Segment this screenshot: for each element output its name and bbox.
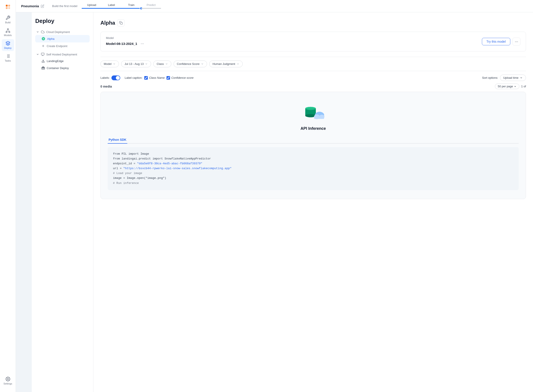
pipeline-step-predict: Predict [141,3,161,9]
filter-date-button[interactable]: Jul 13 - Aug 13 [121,61,151,67]
filter-class-button[interactable]: Class [153,61,171,67]
nav-label-build: Build [5,21,10,24]
filter-model-label: Model [104,62,111,65]
model-actions-more-button[interactable]: ··· [513,38,520,46]
svg-rect-34 [314,116,324,119]
sort-options-label: Sort options: [482,76,498,79]
api-title-text: API Inference [300,126,326,131]
page-info-text: 1 of [521,85,526,88]
nav-item-build[interactable]: Build [2,14,14,26]
copy-icon [119,21,123,25]
sidebar-item-alpha[interactable]: Alpha [35,35,90,42]
code-block: from PIL import Image from landingai.pre… [108,147,519,190]
python-sdk-tab[interactable]: Python SDK [108,136,127,144]
self-hosted-label: Self Hosted Deployment [46,53,77,56]
sidebar-item-create-endpoint[interactable]: Create Endpoint [35,42,90,50]
pipeline-label: Build the first model [52,5,77,8]
class-name-checkbox-label: Class Name [149,76,165,79]
pipeline-progress: Build the first model Upload Label Train [52,3,161,9]
nav-label-tasks: Tasks [5,59,11,62]
model-section: Model Model-08-13-2024_1 ··· Try this mo… [100,32,526,51]
model-name-row: Model-08-13-2024_1 ··· [106,41,146,47]
code-line-3: endpoint_id = "dda5e0f8-30ca-4ed5-abac-f… [113,161,513,166]
copy-endpoint-button[interactable] [117,19,124,26]
labels-label-text: Labels: [100,76,110,79]
progress-seg-label [101,8,121,9]
code-line-2: from landingai.predict import SnowflakeN… [113,156,513,161]
filter-human-judgment-button[interactable]: Human Judgment [209,61,243,67]
svg-rect-3 [8,7,10,9]
chevron-down-icon-perpage [514,85,516,88]
chevron-down-icon-filter1 [113,62,116,65]
cloud-deployment-section: Cloud Deployment Alpha Creat [35,29,90,50]
cloud-deployment-label: Cloud Deployment [46,30,70,34]
progress-seg-upload [82,8,101,9]
filter-confidence-button[interactable]: Confidence Score [174,61,207,67]
nav-label-models: Models [4,34,12,37]
nav-item-tasks[interactable]: Tasks [2,52,14,64]
code-line-6: image = Image.open("image.png") [113,176,513,181]
labels-row: Labels: Label caption: Class Name Confid… [100,75,526,81]
filter-confidence-label: Confidence Score [177,62,200,65]
nav-item-deploy[interactable]: Deploy [2,39,14,51]
alpha-label: Alpha [47,37,54,41]
filter-class-label: Class [157,62,164,65]
endpoint-title-text: Alpha [100,20,115,26]
nav-label-settings: Settings [4,382,12,385]
nav-label-deploy: Deploy [4,47,11,49]
model-info: Model Model-08-13-2024_1 ··· [106,36,146,47]
sort-options-group: Sort options: Upload time [482,75,526,81]
svg-rect-23 [42,68,43,68]
api-illustration [300,101,326,123]
code-line-5: # Load your image [113,171,513,176]
sdk-tabs: Python SDK [108,136,519,144]
code-url: "https://bsvcb44-rpwerko-lai-snow-sales.… [123,167,232,170]
confidence-score-checkbox-group: Confidence score [167,76,194,80]
alpha-icon [41,37,45,41]
model-label-text: Model [106,36,146,40]
sort-options-value: Upload time [503,76,519,79]
svg-rect-2 [6,7,8,9]
filter-model-button[interactable]: Model [100,61,119,67]
self-hosted-header[interactable]: Self Hosted Deployment [35,51,90,57]
sort-options-button[interactable]: Upload time [500,75,526,81]
chevron-down-icon-filter2 [145,62,148,65]
class-name-checkbox-group: Class Name [144,76,165,80]
api-section: API Inference Python SDK from PIL import… [100,92,526,199]
page-title: Deploy [35,18,90,24]
svg-point-13 [7,378,9,380]
progress-seg-train [121,8,141,9]
monitor-icon [41,53,44,56]
pipeline-step-label: Label [101,3,121,9]
project-name-area: Pneumonia [21,4,44,8]
main-area: Deploy Cloud Deployment [32,12,533,392]
code-endpoint-id: "dda5e0f8-30ca-4ed5-abac-fb068af39379" [137,162,202,165]
label-caption-group: Label caption: Class Name Confidence sco… [125,76,194,80]
landingedge-label: LandingEdge [47,59,64,63]
confidence-score-checkbox[interactable] [167,76,170,80]
create-endpoint-label: Create Endpoint [47,44,67,48]
svg-point-4 [7,29,9,30]
progress-seg-predict [141,8,161,9]
filter-human-label: Human Judgment [213,62,235,65]
model-actions: Try this model ··· [482,38,520,46]
svg-rect-1 [8,5,10,6]
cloud-icon [41,30,44,34]
sidebar-item-landingedge[interactable]: LandingEdge [35,57,90,65]
pencil-icon[interactable] [41,5,44,8]
nav-item-settings[interactable]: Settings [2,375,14,387]
confidence-score-checkbox-label: Confidence score [171,76,194,79]
container-icon [41,66,45,70]
per-page-button[interactable]: 50 per page [495,84,519,89]
labels-toggle[interactable] [111,75,120,80]
svg-rect-0 [6,5,8,6]
try-model-button[interactable]: Try this model [482,38,510,45]
logo[interactable] [2,3,14,11]
class-name-checkbox[interactable] [144,76,148,80]
sidebar-item-container-deploy[interactable]: Container Deploy [35,65,90,71]
nav-item-models[interactable]: Models [2,26,14,38]
code-line-4: url = "https://bsvcb44-rpwerko-lai-snow-… [113,166,513,171]
cloud-deployment-header[interactable]: Cloud Deployment [35,29,90,35]
model-more-button[interactable]: ··· [139,41,146,47]
pipeline-step-train: Train [121,3,141,9]
